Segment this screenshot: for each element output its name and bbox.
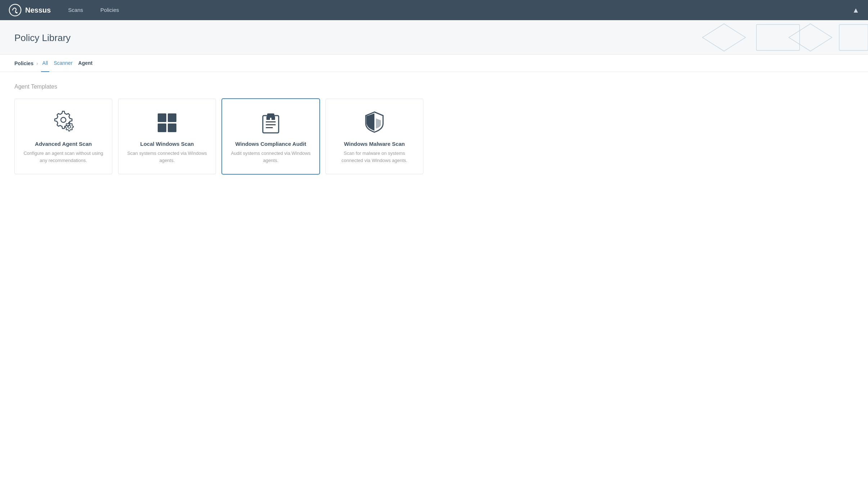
main-nav-policies: Policies: [100, 7, 119, 13]
svg-rect-10: [158, 123, 166, 132]
clipboard-icon: [259, 111, 282, 134]
tab-agent[interactable]: Agent: [77, 55, 94, 72]
card-advanced-agent-scan[interactable]: Advanced Agent Scan Configure an agent s…: [14, 99, 112, 174]
section-title: Agent Templates: [14, 84, 854, 90]
header-right: ▲: [852, 6, 859, 14]
card-title-windows-malware-scan: Windows Malware Scan: [344, 141, 405, 147]
svg-rect-15: [266, 124, 276, 125]
svg-rect-5: [839, 24, 868, 50]
card-windows-malware-scan[interactable]: Windows Malware Scan Scan for malware on…: [325, 99, 423, 174]
card-title-local-windows-scan: Local Windows Scan: [140, 141, 194, 147]
card-desc-local-windows-scan: Scan systems connected via Windows agent…: [126, 150, 208, 164]
card-title-advanced-agent-scan: Advanced Agent Scan: [35, 141, 92, 147]
svg-rect-17: [266, 116, 270, 120]
tab-scanner[interactable]: Scanner: [52, 55, 74, 72]
card-windows-compliance-audit[interactable]: Windows Compliance Audit Audit systems c…: [222, 99, 320, 174]
cards-grid: Advanced Agent Scan Configure an agent s…: [14, 99, 854, 174]
main-header: Nessus Scans Policies ▲: [0, 0, 868, 20]
page-hero: Policy Library: [0, 20, 868, 55]
header-left: Nessus Scans Policies: [9, 4, 119, 17]
svg-rect-3: [756, 24, 800, 50]
nessus-logo-icon: [9, 4, 22, 17]
breadcrumb-separator: ›: [36, 60, 38, 66]
main-nav: Scans: [68, 7, 83, 13]
svg-marker-2: [702, 24, 746, 51]
card-local-windows-scan[interactable]: Local Windows Scan Scan systems connecte…: [118, 99, 216, 174]
card-desc-windows-compliance-audit: Audit systems connected via Windows agen…: [229, 150, 312, 164]
svg-point-6: [61, 117, 66, 122]
bell-icon[interactable]: ▲: [852, 6, 859, 14]
tab-all[interactable]: All: [41, 55, 50, 72]
nav-scans[interactable]: Scans: [68, 7, 83, 13]
svg-point-0: [9, 4, 21, 16]
svg-rect-11: [168, 123, 176, 132]
svg-point-1: [16, 12, 18, 14]
logo-text: Nessus: [25, 6, 51, 14]
hero-decoration: [652, 20, 868, 55]
main-content: Agent Templates Advanced Agent Scan Conf…: [0, 72, 868, 186]
card-title-windows-compliance-audit: Windows Compliance Audit: [235, 141, 306, 147]
card-desc-windows-malware-scan: Scan for malware on systems connected vi…: [333, 150, 416, 164]
shield-icon: [363, 111, 386, 134]
svg-rect-14: [266, 121, 276, 122]
nav-policies[interactable]: Policies: [100, 7, 119, 13]
svg-rect-16: [266, 127, 273, 128]
logo[interactable]: Nessus: [9, 4, 51, 17]
svg-rect-9: [168, 113, 176, 122]
card-desc-advanced-agent-scan: Configure an agent scan without using an…: [22, 150, 105, 164]
svg-rect-8: [158, 113, 166, 122]
windows-icon: [156, 111, 179, 134]
gears-icon: [52, 111, 75, 134]
breadcrumb-root: Policies: [14, 60, 33, 66]
svg-marker-4: [789, 24, 832, 51]
page-title: Policy Library: [14, 32, 71, 44]
breadcrumb-bar: Policies › All Scanner Agent: [0, 55, 868, 72]
svg-rect-18: [271, 116, 275, 120]
